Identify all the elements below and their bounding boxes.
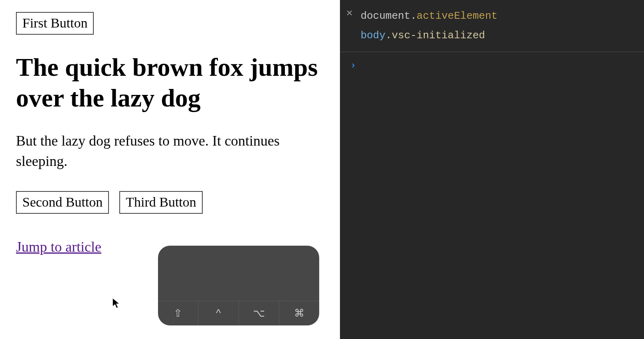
token-dot: .	[410, 10, 417, 22]
modifier-key-overlay: ⇧ ^ ⌥ ⌘	[158, 246, 319, 325]
second-button[interactable]: Second Button	[16, 191, 109, 214]
token-property: activeElement	[417, 10, 498, 22]
devtools-console: ✕ document.activeElement body.vsc-initia…	[340, 0, 644, 339]
token-class: vsc-initialized	[392, 30, 485, 41]
jump-to-article-link[interactable]: Jump to article	[16, 238, 101, 255]
token-dot: .	[385, 30, 392, 41]
third-button[interactable]: Third Button	[119, 191, 203, 214]
mouse-cursor-icon	[112, 297, 121, 309]
modifier-keys-row: ⇧ ^ ⌥ ⌘	[158, 301, 319, 325]
token-tag: body	[361, 30, 385, 41]
option-key[interactable]: ⌥	[239, 301, 279, 325]
close-icon[interactable]: ✕	[346, 6, 353, 20]
browser-page: First Button The quick brown fox jumps o…	[0, 0, 340, 339]
shift-key[interactable]: ⇧	[158, 301, 198, 325]
page-heading: The quick brown fox jumps over the lazy …	[16, 52, 319, 114]
page-paragraph: But the lazy dog refuses to move. It con…	[16, 131, 295, 171]
console-expression: document.activeElement	[361, 6, 498, 26]
button-row: Second Button Third Button	[16, 191, 324, 214]
command-key[interactable]: ⌘	[279, 301, 319, 325]
overlay-top-area	[158, 246, 319, 301]
first-button[interactable]: First Button	[16, 12, 94, 35]
chevron-right-icon: ›	[350, 60, 356, 71]
token-object: document	[361, 10, 411, 22]
console-prompt-row[interactable]: ›	[340, 51, 644, 71]
console-result: body.vsc-initialized	[361, 26, 498, 45]
console-code: document.activeElement body.vsc-initiali…	[361, 6, 498, 46]
console-entry: ✕ document.activeElement body.vsc-initia…	[340, 0, 644, 46]
control-key[interactable]: ^	[198, 301, 239, 325]
